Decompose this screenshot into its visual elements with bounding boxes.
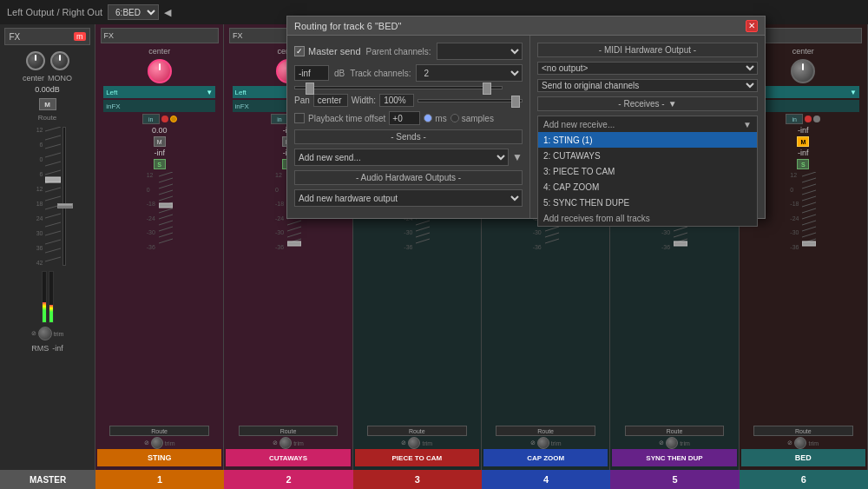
- pan-label: Pan: [294, 96, 310, 105]
- pan-value[interactable]: center: [313, 94, 348, 107]
- rms-val: -inf: [52, 344, 63, 353]
- ms-radio[interactable]: ms: [424, 114, 446, 123]
- master-mono-label: MONO: [48, 74, 72, 83]
- receive-item-4[interactable]: 4: CAP ZOOM: [538, 179, 757, 195]
- slider-thumb-left[interactable]: [306, 83, 314, 95]
- receives-header[interactable]: - Receives - ▼: [537, 96, 758, 111]
- slider-row: [294, 86, 523, 89]
- master-meter-r: [49, 271, 54, 323]
- receive-item-3[interactable]: 3: PIECE TO CAM: [538, 163, 757, 179]
- track-channels-label: Track channels:: [350, 69, 411, 78]
- cz-trim-knob[interactable]: [537, 437, 549, 449]
- svg-line-19: [159, 184, 173, 188]
- inf-input[interactable]: [294, 65, 329, 81]
- sting-infx[interactable]: inFX: [103, 100, 215, 112]
- dropdown-arrow: ▼: [743, 120, 752, 129]
- master-send-row: Master send Parent channels:: [294, 43, 523, 60]
- rms-section: RMS -inf: [31, 344, 63, 353]
- master-send-label[interactable]: Master send: [294, 46, 361, 56]
- ptc-trim-knob[interactable]: [408, 437, 420, 449]
- slider-thumb-right[interactable]: [483, 83, 491, 95]
- master-fx-bar[interactable]: FX m: [4, 28, 89, 45]
- master-fader-handle[interactable]: [57, 203, 73, 208]
- master-send-checkbox[interactable]: [294, 46, 305, 56]
- dialog-close-btn[interactable]: ✕: [746, 20, 758, 32]
- dialog-left-panel: Master send Parent channels: dB Track ch…: [287, 36, 530, 218]
- svg-rect-81: [674, 241, 687, 246]
- cutaways-name: CUTAWAYS: [226, 449, 350, 466]
- master-pan-knob[interactable]: [26, 51, 45, 70]
- add-hw-select[interactable]: Add new hardware output: [294, 189, 523, 207]
- send-to-original-select[interactable]: Send to original channels: [537, 79, 758, 92]
- receive-item-1[interactable]: 1: STING (1): [538, 132, 757, 148]
- ms-radio-btn[interactable]: [424, 114, 432, 122]
- playback-checkbox[interactable]: [294, 113, 305, 123]
- track-selector[interactable]: 6:BED: [108, 4, 159, 20]
- svg-line-12: [45, 231, 61, 235]
- receive-item-2[interactable]: 2: CUTAWAYS: [538, 148, 757, 163]
- sting-in-btn[interactable]: in: [142, 114, 160, 124]
- bed-trim-knob[interactable]: [794, 437, 806, 449]
- sting-pan-knob[interactable]: [148, 59, 172, 83]
- width-value[interactable]: 100%: [379, 94, 414, 107]
- sync-route-btn[interactable]: Route: [625, 426, 725, 436]
- bottom-bar: MASTER 1 2 3 4 5 6: [0, 470, 868, 489]
- bed-m-btn[interactable]: M: [797, 136, 809, 147]
- parent-channels-select[interactable]: [437, 43, 523, 60]
- master-trim-knob[interactable]: [38, 327, 52, 340]
- bottom-num-5: 5: [610, 470, 739, 489]
- receive-item-5[interactable]: 5: SYNC THEN DUPE: [538, 195, 757, 210]
- bed-route-btn[interactable]: Route: [753, 426, 853, 436]
- master-fx-label: FX: [9, 32, 20, 42]
- master-mono-knob[interactable]: [50, 51, 69, 70]
- playback-input[interactable]: [389, 111, 420, 125]
- ptc-route-btn[interactable]: Route: [367, 426, 467, 436]
- dialog-title: Routing for track 6 "BED": [294, 21, 401, 31]
- svg-line-54: [416, 239, 430, 243]
- cutaways-route-btn[interactable]: Route: [239, 426, 339, 436]
- sync-trim-knob[interactable]: [666, 437, 678, 449]
- cutaways-trim-knob[interactable]: [279, 437, 292, 449]
- sting-fx-bar[interactable]: FX: [101, 28, 219, 43]
- svg-line-0: [45, 127, 61, 131]
- sting-record-btn[interactable]: [161, 116, 168, 122]
- midi-no-output-select[interactable]: <no output>: [537, 62, 758, 75]
- master-m-btn[interactable]: M: [39, 98, 56, 110]
- bottom-num-2: 2: [224, 470, 352, 489]
- ms-label: ms: [435, 114, 446, 123]
- sting-s-btn[interactable]: S: [154, 159, 166, 169]
- cz-route-btn[interactable]: Route: [496, 426, 595, 436]
- track-channels-select[interactable]: 2: [416, 64, 523, 82]
- svg-line-23: [159, 208, 173, 213]
- sting-m-btn[interactable]: M: [154, 136, 166, 147]
- samples-radio[interactable]: samples: [450, 114, 494, 123]
- master-fader-track[interactable]: [62, 127, 66, 266]
- sting-route-btn[interactable]: Route: [109, 426, 209, 436]
- receive-add-new-header[interactable]: Add new receive... ▼: [538, 116, 757, 132]
- receive-all-tracks[interactable]: Add receives from all tracks: [538, 210, 757, 226]
- add-send-select[interactable]: Add new send...: [294, 149, 509, 166]
- playback-label: Playback time offset: [308, 114, 385, 123]
- samples-radio-btn[interactable]: [450, 114, 459, 122]
- bed-s-btn[interactable]: S: [797, 159, 809, 169]
- master-fader-lines: [45, 127, 61, 266]
- sting-routing-btn[interactable]: Left▼: [103, 86, 215, 98]
- svg-line-20: [159, 190, 173, 195]
- svg-line-8: [45, 196, 61, 201]
- volume-slider[interactable]: [294, 86, 503, 89]
- bed-pan-knob[interactable]: [791, 59, 815, 83]
- bed-in-btn[interactable]: in: [786, 114, 803, 124]
- bed-record-btn[interactable]: [805, 116, 812, 122]
- parent-channels-label: Parent channels:: [366, 47, 431, 56]
- width-slider[interactable]: [418, 99, 523, 102]
- rms-label: RMS: [31, 344, 49, 353]
- bed-vol: -inf: [798, 126, 809, 135]
- svg-rect-16: [45, 177, 61, 182]
- master-center-label: center: [23, 74, 44, 83]
- cutaways-in-btn[interactable]: in: [271, 114, 288, 124]
- svg-line-15: [45, 257, 61, 261]
- sting-trim-knob[interactable]: [151, 437, 163, 449]
- receives-dropdown[interactable]: Add new receive... ▼ 1: STING (1) 2: CUT…: [537, 116, 758, 227]
- svg-line-24: [159, 215, 173, 219]
- width-thumb[interactable]: [511, 96, 520, 108]
